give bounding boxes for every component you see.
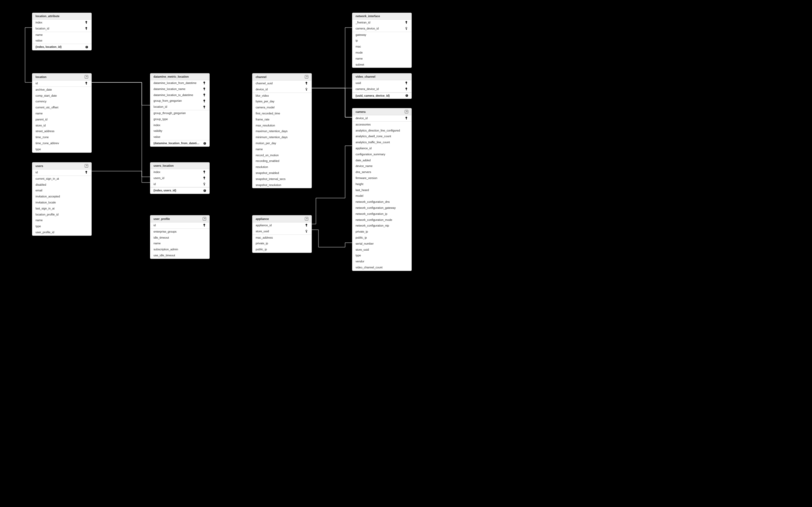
table-header[interactable]: datamine_metric_location — [150, 73, 209, 80]
column-row[interactable]: last_heard — [352, 187, 411, 193]
column-row[interactable]: users_id — [150, 175, 209, 181]
column-row[interactable]: group_through_gregorian — [150, 110, 209, 116]
table-location_attribute[interactable]: location_attributeindex location_id name… — [32, 13, 92, 50]
column-row[interactable]: network_configuration_mode — [352, 217, 411, 223]
expand-icon[interactable] — [85, 164, 88, 168]
table-datamine_metric_location[interactable]: datamine_metric_locationdatamine_locatio… — [150, 73, 210, 147]
column-row[interactable]: blur_video — [252, 93, 311, 99]
column-row[interactable]: parent_id — [32, 117, 91, 123]
table-header[interactable]: users — [32, 163, 91, 170]
column-row[interactable]: analytics_traffic_line_count — [352, 139, 411, 146]
column-row[interactable]: store_id — [32, 123, 91, 129]
info-icon[interactable] — [203, 189, 206, 192]
column-row[interactable]: public_ip — [352, 235, 411, 241]
column-row[interactable]: recording_enabled — [252, 158, 311, 164]
column-row[interactable]: name — [32, 111, 91, 117]
column-row[interactable]: snapshot_resolution — [252, 182, 311, 188]
expand-icon[interactable] — [85, 75, 88, 78]
column-row[interactable]: camera_device_id — [352, 86, 411, 93]
column-row[interactable]: datamine_location_to_datetime — [150, 92, 209, 98]
column-row[interactable]: invitation_accepted — [32, 193, 91, 200]
column-row[interactable]: _fivetran_id — [352, 20, 411, 26]
column-row[interactable]: network_configuration_ip — [352, 211, 411, 217]
column-row[interactable]: first_recorded_time — [252, 111, 311, 117]
expand-icon[interactable] — [405, 110, 408, 113]
column-row[interactable]: group_from_gregorian — [150, 98, 209, 104]
column-row[interactable]: public_ip — [252, 246, 311, 252]
table-users_location[interactable]: users_locationindex users_id id (index, … — [150, 162, 210, 194]
column-row[interactable]: dns_servers — [352, 169, 411, 175]
column-row[interactable]: analytics_dwell_zone_count — [352, 133, 411, 139]
column-row[interactable]: invitation_locale — [32, 200, 91, 206]
table-header[interactable]: camera — [352, 108, 411, 115]
column-row[interactable]: record_on_motion — [252, 153, 311, 158]
column-row[interactable]: date_added — [352, 158, 411, 164]
table-header[interactable]: location_attribute — [32, 13, 91, 20]
table-header[interactable]: video_channel — [352, 73, 411, 80]
column-row[interactable]: resolution — [252, 164, 311, 170]
table-video_channel[interactable]: video_channeluuid camera_device_id (uuid… — [352, 73, 412, 99]
column-row[interactable]: location_id — [32, 26, 91, 32]
column-row[interactable]: value — [150, 134, 209, 140]
column-row[interactable]: store_uuid — [352, 247, 411, 253]
column-row[interactable]: user_profile_id — [32, 229, 91, 235]
column-row[interactable]: snapshot_enabled — [252, 170, 311, 176]
expand-icon[interactable] — [305, 217, 308, 221]
column-row[interactable]: name — [352, 56, 411, 62]
column-row[interactable]: street_address — [32, 128, 91, 134]
column-row[interactable]: store_uuid — [252, 228, 311, 235]
column-row[interactable]: private_ip — [352, 229, 411, 235]
table-users[interactable]: users id current_sign_in_atdisabledemail… — [32, 162, 92, 236]
table-header[interactable]: appliance — [252, 216, 311, 222]
column-row[interactable]: group_type — [150, 116, 209, 122]
column-row[interactable]: name — [252, 147, 311, 153]
column-row[interactable]: last_sign_in_at — [32, 206, 91, 212]
column-row[interactable]: id — [150, 181, 209, 187]
column-row[interactable]: configuration_summary — [352, 152, 411, 158]
column-row[interactable]: id — [150, 222, 209, 229]
column-row[interactable]: network_configuration_dns — [352, 199, 411, 205]
column-row[interactable]: mac_address — [252, 235, 311, 241]
table-channel[interactable]: channel channel_uuid device_id blur_vide… — [252, 73, 312, 188]
column-row[interactable]: bytes_per_day — [252, 99, 311, 105]
table-location[interactable]: location id archive_datecomp_start_datec… — [32, 73, 92, 153]
column-row[interactable]: location_profile_id — [32, 212, 91, 218]
column-row[interactable]: archive_date — [32, 87, 91, 93]
column-row[interactable]: datamine_location_from_datetime — [150, 80, 209, 86]
column-row[interactable]: id — [32, 170, 91, 176]
column-row[interactable]: name — [32, 32, 91, 38]
column-row[interactable]: appliance_id — [352, 146, 411, 152]
column-row[interactable]: subscription_admin — [150, 246, 209, 252]
column-row[interactable]: max_resolution — [252, 123, 311, 129]
column-row[interactable]: vendor — [352, 259, 411, 265]
column-row[interactable]: maximun_retention_days — [252, 128, 311, 134]
column-row[interactable]: analytics_direction_line_configured — [352, 128, 411, 134]
column-row[interactable]: serial_number — [352, 241, 411, 247]
table-header[interactable]: location — [32, 73, 91, 80]
column-row[interactable]: firmware_version — [352, 175, 411, 181]
column-row[interactable]: currency — [32, 99, 91, 105]
column-row[interactable]: video_channel_count — [352, 265, 411, 271]
column-row[interactable]: current_utc_offset — [32, 105, 91, 111]
column-row[interactable]: validity — [150, 128, 209, 134]
column-row[interactable]: time_zone_abbrev — [32, 140, 91, 147]
table-network_interface[interactable]: network_interface_fivetran_id camera_dev… — [352, 13, 412, 68]
column-row[interactable]: index — [150, 122, 209, 128]
column-row[interactable]: enterprise_groups — [150, 229, 209, 235]
column-row[interactable]: model — [352, 193, 411, 199]
column-row[interactable]: name — [32, 217, 91, 223]
column-row[interactable]: network_configuration_gateway — [352, 205, 411, 211]
column-row[interactable]: ip — [352, 38, 411, 44]
column-row[interactable]: private_ip — [252, 240, 311, 246]
column-row[interactable]: disabled — [32, 182, 91, 188]
table-header[interactable]: users_location — [150, 163, 209, 169]
column-row[interactable]: datamine_location_name — [150, 86, 209, 92]
column-row[interactable]: device_name — [352, 163, 411, 169]
info-icon[interactable] — [203, 142, 206, 145]
column-row[interactable]: id — [32, 80, 91, 87]
column-row[interactable]: index — [32, 20, 91, 26]
column-row[interactable]: minimum_retention_days — [252, 134, 311, 140]
column-row[interactable]: frame_rate — [252, 117, 311, 123]
info-icon[interactable] — [85, 46, 88, 49]
table-camera[interactable]: camera device_id accessoriesanalytics_di… — [352, 108, 412, 271]
